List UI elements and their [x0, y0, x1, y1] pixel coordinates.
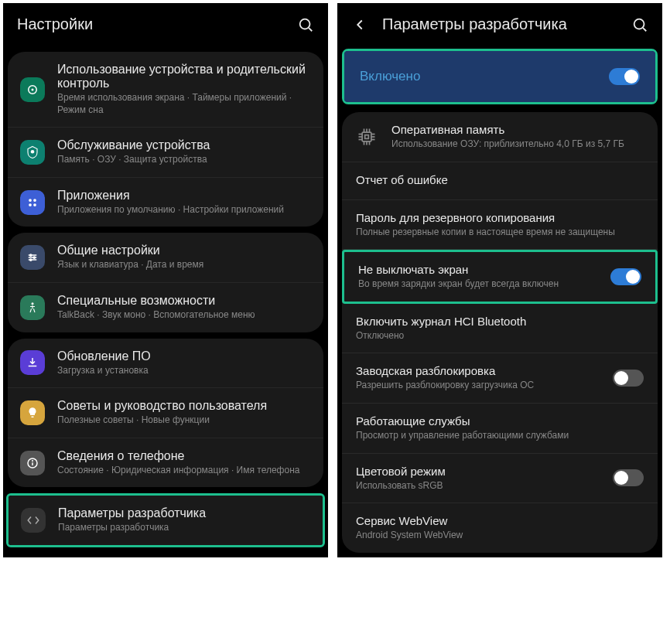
developer-highlight: Параметры разработчика Параметры разрабо…: [6, 493, 325, 547]
item-title: Параметры разработчика: [58, 506, 310, 520]
search-icon[interactable]: [631, 16, 648, 33]
item-text: Пароль для резервного копирования Полные…: [356, 211, 644, 239]
running-services-item[interactable]: Работающие службы Просмотр и управление …: [342, 404, 658, 454]
item-title: Оперативная память: [391, 123, 644, 136]
apps-item[interactable]: Приложения Приложения по умолчанию · Нас…: [8, 178, 323, 227]
item-text: Общие настройки Язык и клавиатура · Дата…: [57, 244, 311, 271]
settings-group: Параметры разработчика Параметры разрабо…: [9, 496, 323, 545]
backup-password-item[interactable]: Пароль для резервного копирования Полные…: [342, 200, 658, 250]
settings-group: Использование устройства и родительский …: [8, 52, 323, 227]
device-care-item[interactable]: Обслуживание устройства Память · ОЗУ · З…: [8, 128, 323, 178]
update-icon: [20, 350, 45, 375]
general-item[interactable]: Общие настройки Язык и клавиатура · Дата…: [8, 233, 323, 283]
settings-group: Общие настройки Язык и клавиатура · Дата…: [8, 233, 323, 332]
item-text: Цветовой режим Использовать sRGB: [356, 465, 599, 492]
page-title: Параметры разработчика: [382, 15, 617, 33]
item-title: Заводская разблокировка: [356, 364, 599, 377]
svg-line-20: [643, 28, 646, 31]
item-sub: Использование ОЗУ: приблизительно 4,0 ГБ…: [391, 138, 644, 151]
wellbeing-icon: [20, 77, 45, 102]
wellbeing-item[interactable]: Использование устройства и родительский …: [8, 52, 323, 128]
item-title: Сведения о телефоне: [57, 449, 311, 463]
svg-point-8: [33, 203, 36, 206]
item-text: Не выключать экран Во время зарядки экра…: [358, 263, 597, 291]
webview-item[interactable]: Сервис WebView Android System WebView: [342, 503, 658, 553]
item-sub: Загрузка и установка: [57, 365, 311, 377]
item-sub: Язык и клавиатура · Дата и время: [57, 259, 311, 271]
item-text: Отчет об ошибке: [356, 173, 644, 189]
about-item[interactable]: Сведения о телефоне Состояние · Юридичес…: [8, 438, 323, 488]
item-title: Цветовой режим: [356, 465, 599, 478]
svg-point-18: [32, 460, 33, 461]
search-icon[interactable]: [297, 16, 314, 33]
oem-unlock-item[interactable]: Заводская разблокировка Разрешить разбло…: [342, 353, 658, 404]
svg-point-3: [32, 88, 34, 90]
item-text: Советы и руководство пользователя Полезн…: [57, 399, 311, 427]
svg-point-6: [33, 199, 36, 202]
item-text: Оперативная память Использование ОЗУ: пр…: [391, 123, 644, 151]
oem-unlock-toggle[interactable]: [613, 370, 644, 387]
developer-options-item[interactable]: Параметры разработчика Параметры разрабо…: [9, 496, 323, 545]
cpu-icon: [356, 126, 378, 148]
settings-screen: Настройки Использование устройства и род…: [3, 3, 328, 557]
svg-line-1: [309, 28, 312, 31]
item-text: Использование устройства и родительский …: [57, 63, 311, 116]
item-text: Включить журнал HCI Bluetooth Отключено: [356, 315, 644, 342]
svg-point-12: [30, 254, 32, 256]
stay-awake-item[interactable]: Не выключать экран Во время зарядки экра…: [342, 250, 658, 304]
care-icon: [20, 140, 45, 165]
item-sub: Полезные советы · Новые функции: [57, 414, 311, 427]
memory-item[interactable]: Оперативная память Использование ОЗУ: пр…: [342, 112, 658, 162]
color-mode-toggle[interactable]: [613, 469, 644, 486]
svg-point-5: [29, 199, 32, 202]
item-text: Сведения о телефоне Состояние · Юридичес…: [57, 449, 311, 477]
item-text: Приложения Приложения по умолчанию · Нас…: [57, 189, 311, 216]
dev-section: Оперативная память Использование ОЗУ: пр…: [342, 112, 658, 553]
bugreport-item[interactable]: Отчет об ошибке: [342, 162, 658, 200]
item-sub: Время использования экрана · Таймеры при…: [57, 92, 311, 116]
dev-icon: [21, 508, 46, 533]
item-sub: Память · ОЗУ · Защита устройства: [57, 154, 311, 166]
item-sub: Приложения по умолчанию · Настройки прил…: [57, 204, 311, 216]
settings-icon: [20, 245, 45, 270]
item-sub: Параметры разработчика: [58, 522, 310, 534]
svg-point-13: [33, 257, 35, 258]
item-sub: Просмотр и управление работающими служба…: [356, 430, 644, 442]
header: Настройки: [3, 3, 328, 46]
tips-item[interactable]: Советы и руководство пользователя Полезн…: [8, 388, 323, 438]
item-sub: Полные резервные копии в настоящее время…: [356, 227, 644, 239]
enabled-toggle-bar[interactable]: Включено: [344, 51, 655, 102]
item-title: Использование устройства и родительский …: [57, 63, 311, 90]
svg-rect-21: [362, 132, 371, 141]
svg-point-0: [300, 19, 310, 29]
stay-awake-toggle[interactable]: [610, 268, 641, 285]
item-title: Пароль для резервного копирования: [356, 211, 644, 224]
bluetooth-hci-item[interactable]: Включить журнал HCI Bluetooth Отключено: [342, 304, 658, 354]
accessibility-item[interactable]: Специальные возможности TalkBack · Звук …: [8, 283, 323, 332]
item-text: Сервис WebView Android System WebView: [356, 514, 644, 542]
item-text: Работающие службы Просмотр и управление …: [356, 414, 644, 442]
item-title: Работающие службы: [356, 414, 644, 428]
item-text: Заводская разблокировка Разрешить разбло…: [356, 364, 599, 392]
item-title: Сервис WebView: [356, 514, 644, 527]
svg-point-7: [29, 203, 32, 206]
settings-group: Обновление ПО Загрузка и установка Совет…: [8, 339, 323, 488]
apps-icon: [20, 190, 45, 215]
item-sub: Состояние · Юридическая информация · Имя…: [57, 465, 311, 477]
item-title: Обслуживание устройства: [57, 138, 311, 152]
item-text: Обслуживание устройства Память · ОЗУ · З…: [57, 138, 311, 166]
enabled-label: Включено: [360, 69, 420, 84]
item-sub: TalkBack · Звук моно · Вспомогательное м…: [57, 309, 311, 322]
software-update-item[interactable]: Обновление ПО Загрузка и установка: [8, 339, 323, 389]
about-icon: [20, 451, 45, 475]
item-title: Обновление ПО: [57, 349, 311, 363]
header: Параметры разработчика: [337, 3, 662, 46]
item-title: Приложения: [57, 189, 311, 203]
svg-rect-22: [365, 135, 369, 138]
color-mode-item[interactable]: Цветовой режим Использовать sRGB: [342, 454, 658, 504]
back-icon[interactable]: [351, 16, 368, 33]
developer-options-screen: Параметры разработчика Включено Оператив…: [337, 3, 662, 557]
svg-point-15: [32, 302, 34, 305]
item-sub: Отключено: [356, 330, 644, 342]
enabled-toggle[interactable]: [609, 68, 640, 85]
